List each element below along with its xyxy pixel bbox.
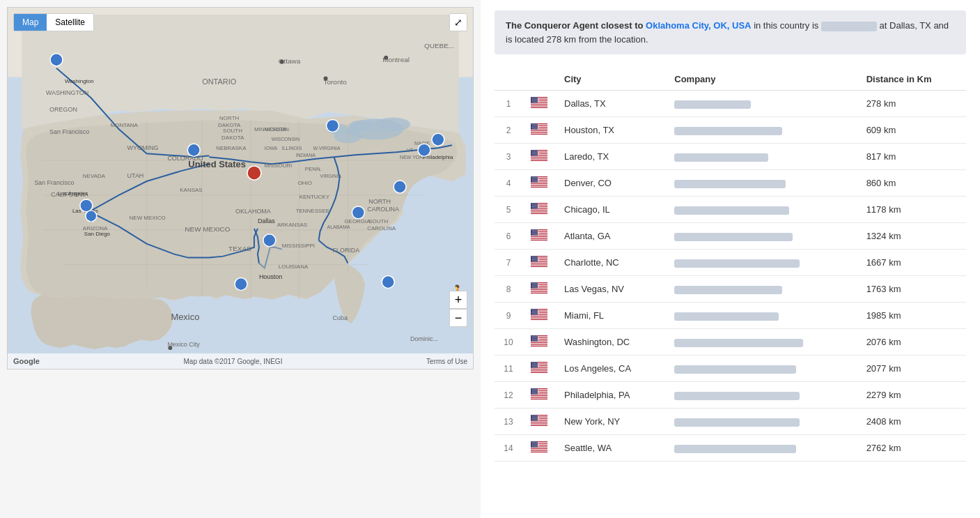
svg-text:OKLAHOMA: OKLAHOMA <box>235 208 271 215</box>
company-blurred <box>674 153 768 162</box>
svg-rect-246 <box>531 422 547 423</box>
info-prefix: The Conqueror Agent closest to <box>506 20 643 31</box>
map-data-label: Map data ©2017 Google, INEGI <box>184 358 283 365</box>
svg-text:MISSOURI: MISSOURI <box>265 162 292 169</box>
map-tab[interactable]: Map <box>14 14 47 31</box>
svg-text:ALABAMA: ALABAMA <box>327 224 350 229</box>
svg-text:W.VIRGINIA: W.VIRGINIA <box>313 146 341 151</box>
city-cell: Laredo, TX <box>556 144 666 170</box>
city-cell: Washington, DC <box>556 329 666 356</box>
satellite-tab[interactable]: Satellite <box>47 14 93 31</box>
svg-text:CAROLINA: CAROLINA <box>367 225 396 231</box>
svg-text:Mexico: Mexico <box>171 312 199 322</box>
svg-text:DAKOTA: DAKOTA <box>221 135 244 141</box>
terms-link[interactable]: Terms of Use <box>426 358 467 365</box>
flag-cell: ★★★★★★ ★★★★★ ★★★★★★ ★★★★★ <box>522 170 556 197</box>
svg-text:TENNESSEE: TENNESSEE <box>296 208 329 214</box>
us-flag-icon: ★★★★★★ ★★★★★ ★★★★★★ ★★★★★ <box>531 97 547 108</box>
svg-rect-234 <box>531 396 547 397</box>
flag-cell: ★★★★★★ ★★★★★ ★★★★★★ ★★★★★ <box>522 329 556 356</box>
company-cell <box>666 144 857 170</box>
table-body: 1 ★★★★★★ ★★★★★ ★★★★★★ ★★★★★ Dallas, TX27… <box>495 91 966 462</box>
svg-text:LOUISIANA: LOUISIANA <box>279 264 309 270</box>
city-cell: Las Vegas, NV <box>556 276 666 303</box>
company-cell <box>666 117 857 144</box>
col-distance-header: Distance in Km <box>858 68 966 91</box>
svg-rect-245 <box>531 421 547 422</box>
company-cell <box>666 197 857 223</box>
svg-point-94 <box>384 56 388 60</box>
company-cell <box>666 250 857 276</box>
company-blurred <box>674 312 779 321</box>
rank-cell: 4 <box>495 170 522 197</box>
svg-rect-211 <box>531 345 547 346</box>
rank-cell: 1 <box>495 91 522 117</box>
svg-text:NEW MEXICO: NEW MEXICO <box>130 215 166 221</box>
svg-text:IOWA: IOWA <box>265 146 278 151</box>
svg-text:CAROLINA: CAROLINA <box>367 206 399 213</box>
svg-rect-126 <box>531 158 547 158</box>
map-footer: Google Map data ©2017 Google, INEGI Term… <box>8 353 473 369</box>
flag-cell: ★★★★★★ ★★★★★ ★★★★★★ ★★★★★ <box>522 117 556 144</box>
svg-text:WYOMING: WYOMING <box>127 144 159 151</box>
distance-cell: 1985 km <box>858 303 966 329</box>
svg-rect-209 <box>531 342 547 342</box>
company-cell <box>666 435 857 462</box>
col-flag <box>522 68 556 91</box>
svg-text:Washington: Washington <box>65 78 94 84</box>
svg-text:Dallas: Dallas <box>258 218 275 224</box>
flag-cell: ★★★★★★ ★★★★★ ★★★★★★ ★★★★★ <box>522 382 556 409</box>
zoom-in-button[interactable]: + <box>449 291 467 309</box>
svg-text:OREGON: OREGON <box>49 106 77 113</box>
svg-rect-102 <box>531 105 547 105</box>
flag-cell: ★★★★★★ ★★★★★ ★★★★★★ ★★★★★ <box>522 197 556 223</box>
svg-text:San Francisco: San Francisco <box>49 128 89 135</box>
distance-cell: 2762 km <box>858 435 966 462</box>
svg-rect-221 <box>531 368 547 369</box>
svg-rect-101 <box>531 103 547 104</box>
flag-cell: ★★★★★★ ★★★★★ ★★★★★★ ★★★★★ <box>522 250 556 276</box>
zoom-out-button[interactable]: − <box>449 309 467 327</box>
distance-cell: 1178 km <box>858 197 966 223</box>
svg-rect-258 <box>531 449 547 450</box>
svg-text:OHIO: OHIO <box>298 180 312 186</box>
distance-cell: 1763 km <box>858 276 966 303</box>
table-row: 9 ★★★★★★ ★★★★★ ★★★★★★ ★★★★★ Miami, FL198… <box>495 303 966 329</box>
table-row: 3 ★★★★★★ ★★★★★ ★★★★★★ ★★★★★ Laredo, TX81… <box>495 144 966 170</box>
svg-text:Dominic...: Dominic... <box>410 335 438 342</box>
table-row: 5 ★★★★★★ ★★★★★ ★★★★★★ ★★★★★ Chicago, IL1… <box>495 197 966 223</box>
svg-rect-257 <box>531 448 547 448</box>
city-cell: Charlotte, NC <box>556 250 666 276</box>
company-blurred <box>674 418 800 427</box>
rank-cell: 8 <box>495 276 522 303</box>
svg-rect-186 <box>531 290 547 291</box>
svg-text:QUEBE...: QUEBE... <box>424 42 454 49</box>
us-flag-icon: ★★★★★★ ★★★★★ ★★★★★★ ★★★★★ <box>531 362 547 373</box>
distance-cell: 817 km <box>858 144 966 170</box>
rank-cell: 2 <box>495 117 522 144</box>
table-row: 12 ★★★★★★ ★★★★★ ★★★★★★ ★★★★★ Philadelphi… <box>495 382 966 409</box>
svg-text:NORTH: NORTH <box>219 115 239 121</box>
rank-cell: 10 <box>495 329 522 356</box>
svg-text:ARKANSAS: ARKANSAS <box>277 222 307 228</box>
distance-cell: 2279 km <box>858 382 966 409</box>
svg-rect-233 <box>531 395 547 395</box>
company-blurred <box>674 339 803 347</box>
company-blurred <box>674 100 751 109</box>
table-row: 4 ★★★★★★ ★★★★★ ★★★★★★ ★★★★★ Denver, CO86… <box>495 170 966 197</box>
svg-rect-162 <box>531 237 547 238</box>
svg-point-93 <box>280 60 284 64</box>
svg-rect-223 <box>531 372 547 372</box>
svg-point-96 <box>168 346 172 350</box>
fullscreen-button[interactable]: ⤢ <box>449 13 467 31</box>
svg-text:ILLINOIS: ILLINOIS <box>282 146 302 151</box>
svg-rect-259 <box>531 451 547 452</box>
svg-text:SOUTH: SOUTH <box>368 218 388 224</box>
svg-text:PENN.: PENN. <box>305 166 322 172</box>
svg-rect-138 <box>531 184 547 185</box>
us-flag-icon: ★★★★★★ ★★★★★ ★★★★★★ ★★★★★ <box>531 229 547 241</box>
results-panel: The Conqueror Agent closest to Oklahoma … <box>481 0 980 518</box>
svg-rect-197 <box>531 315 547 316</box>
table-row: 2 ★★★★★★ ★★★★★ ★★★★★★ ★★★★★ Houston, TX6… <box>495 117 966 144</box>
us-flag-icon: ★★★★★★ ★★★★★ ★★★★★★ ★★★★★ <box>531 176 547 188</box>
